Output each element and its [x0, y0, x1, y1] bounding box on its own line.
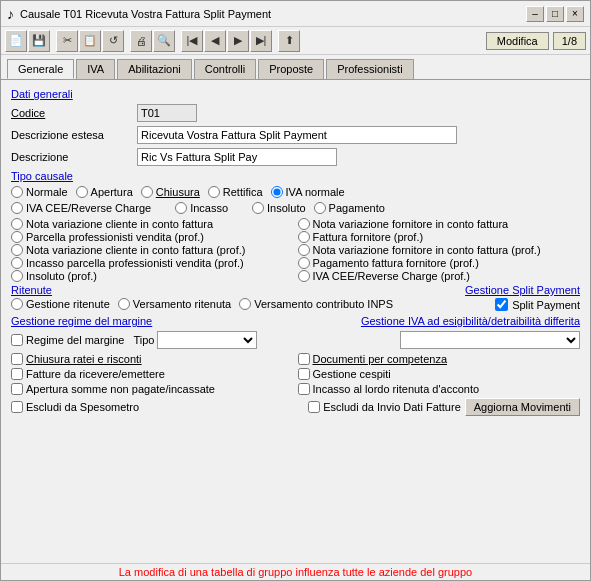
bottom-row: Escludi da Spesometro Escludi da Invio D… — [11, 398, 580, 416]
margine-col: Gestione regime del margine — [11, 315, 294, 327]
descrizione-label: Descrizione — [11, 151, 131, 163]
radio-normale[interactable]: Normale — [11, 186, 68, 198]
radio-pagamento[interactable]: Pagamento — [314, 202, 385, 214]
toolbar-next[interactable]: ▶ — [227, 30, 249, 52]
radio-incasso[interactable]: Incasso — [175, 202, 228, 214]
radio-nota-var-for[interactable]: Nota variazione fornitore in conto fattu… — [298, 218, 581, 230]
radio-gest-ritenute[interactable]: Gestione ritenute — [11, 298, 110, 310]
radio-row-1: Normale Apertura Chiusura Rettifica IVA … — [11, 186, 580, 198]
gestione-cespiti-checkbox[interactable] — [298, 368, 310, 380]
close-button[interactable]: × — [566, 6, 584, 22]
tab-generale[interactable]: Generale — [7, 59, 74, 79]
fatture-ricevere-checkbox[interactable] — [11, 368, 23, 380]
toolbar-print[interactable]: 🖨 — [130, 30, 152, 52]
codice-row: Codice — [11, 104, 580, 122]
maximize-button[interactable]: □ — [546, 6, 564, 22]
toolbar-last[interactable]: ▶| — [250, 30, 272, 52]
radio-fat-for-prof[interactable]: Fattura fornitore (prof.) — [298, 231, 581, 243]
split-payment-check-row: Split Payment — [400, 298, 580, 311]
incasso-lordo-item: Incasso al lordo ritenuta d'acconto — [298, 383, 581, 395]
escludi-invio-label: Escludi da Invio Dati Fatture — [323, 401, 461, 413]
escludi-invio-item: Escludi da Invio Dati Fatture — [308, 401, 461, 413]
radio-nota-var-for-prof[interactable]: Nota variazione fornitore in conto fattu… — [298, 244, 581, 256]
escludi-spesometro-checkbox[interactable] — [11, 401, 23, 413]
radio-iva-cee-prof[interactable]: IVA CEE/Reverse Charge (prof.) — [298, 270, 581, 282]
ritenute-left: Ritenute Gestione ritenute Versamento ri… — [11, 284, 400, 310]
toolbar-cut[interactable]: ✂ — [56, 30, 78, 52]
incasso-lordo-label: Incasso al lordo ritenuta d'acconto — [313, 383, 480, 395]
desc-estesa-input[interactable] — [137, 126, 457, 144]
radio-insoluto-prof[interactable]: Insoluto (prof.) — [11, 270, 294, 282]
radio-nota-var-cli[interactable]: Nota variazione cliente in conto fattura — [11, 218, 294, 230]
radio-row-2: IVA CEE/Reverse Charge Incasso Insoluto … — [11, 202, 580, 214]
chiusura-ratei-label: Chiusura ratei e risconti — [26, 353, 142, 365]
regime-margine-label: Regime del margine — [26, 334, 124, 346]
title-bar: ♪ Causale T01 Ricevuta Vostra Fattura Sp… — [1, 1, 590, 27]
aggiorna-movimenti-button[interactable]: Aggiorna Movimenti — [465, 398, 580, 416]
margine-iva-row: Gestione regime del margine Gestione IVA… — [11, 315, 580, 327]
toolbar-prev[interactable]: ◀ — [204, 30, 226, 52]
iva-col: Gestione IVA ad esigibilità/detraibilità… — [298, 315, 581, 327]
toolbar-search[interactable]: 🔍 — [153, 30, 175, 52]
split-payment-section: Gestione Split Payment Split Payment — [400, 284, 580, 311]
gestione-cespiti-item: Gestione cespiti — [298, 368, 581, 380]
escludi-invio-checkbox[interactable] — [308, 401, 320, 413]
split-payment-label: Split Payment — [512, 299, 580, 311]
top-right-controls: Modifica 1/8 — [486, 32, 586, 50]
ritenute-section: Ritenute Gestione ritenute Versamento ri… — [11, 284, 580, 311]
radio-parcella-prof[interactable]: Parcella professionisti vendita (prof.) — [11, 231, 294, 243]
window-controls: – □ × — [526, 6, 584, 22]
radio-pag-fat-for[interactable]: Pagamento fattura fornitore (prof.) — [298, 257, 581, 269]
split-payment-checkbox[interactable] — [495, 298, 508, 311]
margine-iva-controls-row: Regime del margine Tipo — [11, 331, 580, 349]
apertura-somme-checkbox[interactable] — [11, 383, 23, 395]
radio-incasso-parcella[interactable]: Incasso parcella professionisti vendita … — [11, 257, 294, 269]
documenti-competenza-item: Documenti per competenza — [298, 353, 581, 365]
modifica-button[interactable]: Modifica — [486, 32, 549, 50]
toolbar-copy[interactable]: 📋 — [79, 30, 101, 52]
radio-apertura[interactable]: Apertura — [76, 186, 133, 198]
codice-label: Codice — [11, 107, 131, 119]
status-message: La modifica di una tabella di gruppo inf… — [119, 566, 472, 578]
minimize-button[interactable]: – — [526, 6, 544, 22]
ritenute-title[interactable]: Ritenute — [11, 284, 52, 296]
incasso-lordo-checkbox[interactable] — [298, 383, 310, 395]
toolbar-save[interactable]: 💾 — [28, 30, 50, 52]
descrizione-input[interactable] — [137, 148, 337, 166]
chiusura-ratei-checkbox[interactable] — [11, 353, 23, 365]
toolbar-extra[interactable]: ⬆ — [278, 30, 300, 52]
tab-abilitazioni[interactable]: Abilitazioni — [117, 59, 192, 79]
documenti-competenza-checkbox[interactable] — [298, 353, 310, 365]
codice-input[interactable] — [137, 104, 197, 122]
toolbar-new[interactable]: 📄 — [5, 30, 27, 52]
toolbar: 📄 💾 ✂ 📋 ↺ 🖨 🔍 |◀ ◀ ▶ ▶| ⬆ Modifica 1/8 — [1, 27, 590, 55]
radio-chiusura[interactable]: Chiusura — [141, 186, 200, 198]
radio-iva-normale[interactable]: IVA normale — [271, 186, 345, 198]
radio-insoluto[interactable]: Insoluto — [252, 202, 306, 214]
dati-generali-title: Dati generali — [11, 88, 580, 100]
radio-rettifica[interactable]: Rettifica — [208, 186, 263, 198]
radio-versamento-contrib[interactable]: Versamento contributo INPS — [239, 298, 393, 310]
tab-controlli[interactable]: Controlli — [194, 59, 256, 79]
radio-iva-cee[interactable]: IVA CEE/Reverse Charge — [11, 202, 151, 214]
main-window: ♪ Causale T01 Ricevuta Vostra Fattura Sp… — [0, 0, 591, 581]
ritenute-radios: Gestione ritenute Versamento ritenuta Ve… — [11, 298, 400, 310]
app-icon: ♪ — [7, 6, 14, 22]
tipo-select[interactable] — [157, 331, 257, 349]
gestione-iva-link[interactable]: Gestione IVA ad esigibilità/detraibilità… — [361, 315, 580, 327]
tab-professionisti[interactable]: Professionisti — [326, 59, 413, 79]
toolbar-refresh[interactable]: ↺ — [102, 30, 124, 52]
radio-versamento-rit[interactable]: Versamento ritenuta — [118, 298, 231, 310]
page-indicator: 1/8 — [553, 32, 586, 50]
gestione-cespiti-label: Gestione cespiti — [313, 368, 391, 380]
gestione-margine-link[interactable]: Gestione regime del margine — [11, 315, 152, 327]
regime-margine-checkbox[interactable] — [11, 334, 23, 346]
iva-select-col — [299, 331, 581, 349]
tab-iva[interactable]: IVA — [76, 59, 115, 79]
toolbar-first[interactable]: |◀ — [181, 30, 203, 52]
iva-select[interactable] — [400, 331, 580, 349]
checkbox-grid: Chiusura ratei e risconti Documenti per … — [11, 353, 580, 395]
radio-nota-var-cli-prof[interactable]: Nota variazione cliente in conto fattura… — [11, 244, 294, 256]
fatture-ricevere-label: Fatture da ricevere/emettere — [26, 368, 165, 380]
tab-proposte[interactable]: Proposte — [258, 59, 324, 79]
